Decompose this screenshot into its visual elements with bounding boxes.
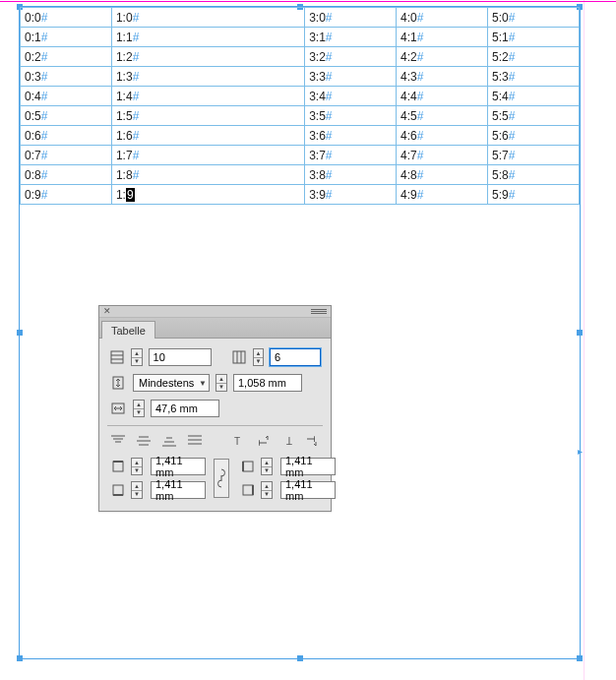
table-cell[interactable]: 4:0#	[397, 8, 488, 28]
align-top-icon[interactable]	[109, 434, 127, 448]
table-row[interactable]: 0:1#1:1#3:1#4:1#5:1#	[21, 28, 580, 47]
table-cell[interactable]: 5:4#	[488, 87, 580, 106]
table-cell[interactable]: 1:3#	[111, 67, 304, 87]
text-rotate-right-icon[interactable]: T	[304, 434, 321, 448]
table-cell[interactable]: 5:7#	[488, 146, 580, 165]
table-cell[interactable]: 0:4#	[21, 87, 112, 106]
table-cell[interactable]: 0:5#	[21, 106, 112, 126]
selection-handle[interactable]	[297, 655, 303, 661]
table-cell[interactable]: 5:0#	[488, 8, 580, 28]
table-cell[interactable]: 5:3#	[488, 67, 580, 87]
table-cell[interactable]: 0:1#	[21, 28, 112, 47]
row-height-stepper[interactable]: ▲▼	[216, 374, 227, 392]
selection-handle[interactable]	[17, 330, 23, 336]
table-cell[interactable]: 1:1#	[111, 28, 304, 47]
tab-tabelle[interactable]: Tabelle	[101, 321, 155, 339]
table-cell[interactable]: 4:6#	[397, 126, 488, 146]
table-cell[interactable]: 4:5#	[397, 106, 488, 126]
rows-input[interactable]: 10	[149, 348, 213, 366]
table-cell[interactable]: 3:2#	[305, 47, 397, 67]
table-cell[interactable]: 4:8#	[397, 165, 488, 185]
table-cell[interactable]: 1:9	[111, 185, 304, 205]
table-row[interactable]: 0:4#1:4#3:4#4:4#5:4#	[21, 87, 580, 106]
text-horizontal-icon[interactable]: T	[232, 434, 249, 448]
table-cell[interactable]: 1:4#	[111, 87, 304, 106]
table-cell[interactable]: 4:4#	[397, 87, 488, 106]
table-cell[interactable]: 1:8#	[111, 165, 304, 185]
row-height-input[interactable]: 1,058 mm	[233, 374, 302, 392]
cols-stepper[interactable]: ▲▼	[253, 348, 264, 366]
selection-handle[interactable]	[577, 330, 583, 336]
panel-titlebar[interactable]: ✕	[99, 306, 331, 318]
table-row[interactable]: 0:6#1:6#3:6#4:6#5:6#	[21, 126, 580, 146]
inset-right-input[interactable]: 1,411 mm	[280, 481, 336, 499]
inset-right-stepper[interactable]: ▲▼	[261, 481, 273, 499]
cols-input[interactable]: 6	[270, 348, 321, 366]
table-row[interactable]: 0:0#1:0#3:0#4:0#5:0#	[21, 8, 580, 28]
table-cell[interactable]: 4:2#	[397, 47, 488, 67]
svg-rect-24	[113, 462, 123, 471]
table-cell[interactable]: 3:4#	[305, 87, 397, 106]
panel-menu-icon[interactable]	[311, 308, 327, 315]
table-cell[interactable]: 3:5#	[305, 106, 397, 126]
table-cell[interactable]: 3:7#	[305, 146, 397, 165]
table-cell[interactable]: 3:1#	[305, 28, 397, 47]
table-cell[interactable]: 3:8#	[305, 165, 397, 185]
table-cell[interactable]: 0:8#	[21, 165, 112, 185]
svg-rect-28	[113, 485, 123, 495]
align-justify-icon[interactable]	[186, 434, 204, 448]
table-cell[interactable]: 3:3#	[305, 67, 397, 87]
table-row[interactable]: 0:2#1:2#3:2#4:2#5:2#	[21, 47, 580, 67]
table-cell[interactable]: 5:8#	[488, 165, 580, 185]
inset-top-input[interactable]: 1,411 mm	[151, 458, 206, 475]
table-cell[interactable]: 5:9#	[488, 185, 580, 205]
align-middle-icon[interactable]	[135, 434, 153, 448]
table-cell[interactable]: 4:7#	[397, 146, 488, 165]
content-table[interactable]: 0:0#1:0#3:0#4:0#5:0#0:1#1:1#3:1#4:1#5:1#…	[20, 7, 580, 205]
table-cell[interactable]: 1:5#	[111, 106, 304, 126]
table-panel[interactable]: ✕ Tabelle ▲▼ 10 ▲▼ 6 Mindestens ▼	[98, 305, 332, 512]
text-rotate-left-icon[interactable]: T	[256, 434, 273, 448]
table-cell[interactable]: 5:1#	[488, 28, 580, 47]
table-row[interactable]: 0:7#1:7#3:7#4:7#5:7#	[21, 146, 580, 165]
table-cell[interactable]: 4:9#	[397, 185, 488, 205]
selection-handle[interactable]	[17, 655, 23, 661]
table-cell[interactable]: 0:7#	[21, 146, 112, 165]
table-cell[interactable]: 0:0#	[21, 8, 112, 28]
row-height-mode-dropdown[interactable]: Mindestens ▼	[133, 374, 210, 392]
table-cell[interactable]: 0:2#	[21, 47, 112, 67]
table-cell[interactable]: 4:3#	[397, 67, 488, 87]
table-cell[interactable]: 3:6#	[305, 126, 397, 146]
table-row[interactable]: 0:5#1:5#3:5#4:5#5:5#	[21, 106, 580, 126]
table-cell[interactable]: 3:9#	[305, 185, 397, 205]
overflow-out-port[interactable]: ▸	[578, 446, 583, 457]
table-cell[interactable]: 5:5#	[488, 106, 580, 126]
col-width-stepper[interactable]: ▲▼	[133, 400, 145, 417]
inset-left-input[interactable]: 1,411 mm	[280, 458, 336, 475]
table-cell[interactable]: 4:1#	[397, 28, 488, 47]
rows-stepper[interactable]: ▲▼	[131, 348, 142, 366]
close-icon[interactable]: ✕	[102, 307, 111, 316]
text-vertical-icon[interactable]: T	[280, 434, 297, 448]
table-cell[interactable]: 0:9#	[21, 185, 112, 205]
table-cell[interactable]: 1:7#	[111, 146, 304, 165]
table-cell[interactable]: 1:0#	[111, 8, 304, 28]
table-cell[interactable]: 5:6#	[488, 126, 580, 146]
align-bottom-icon[interactable]	[160, 434, 178, 448]
table-cell[interactable]: 1:2#	[111, 47, 304, 67]
inset-left-stepper[interactable]: ▲▼	[261, 458, 273, 475]
table-row[interactable]: 0:9#1:93:9#4:9#5:9#	[21, 185, 580, 205]
col-width-input[interactable]: 47,6 mm	[151, 400, 219, 417]
inset-bottom-stepper[interactable]: ▲▼	[131, 481, 143, 499]
table-cell[interactable]: 3:0#	[305, 8, 397, 28]
table-row[interactable]: 0:8#1:8#3:8#4:8#5:8#	[21, 165, 580, 185]
table-cell[interactable]: 0:6#	[21, 126, 112, 146]
inset-bottom-input[interactable]: 1,411 mm	[151, 481, 206, 499]
table-cell[interactable]: 5:2#	[488, 47, 580, 67]
link-insets-icon[interactable]	[214, 459, 229, 498]
table-row[interactable]: 0:3#1:3#3:3#4:3#5:3#	[21, 67, 580, 87]
table-cell[interactable]: 0:3#	[21, 67, 112, 87]
inset-top-stepper[interactable]: ▲▼	[131, 458, 143, 475]
selection-handle[interactable]	[577, 655, 583, 661]
table-cell[interactable]: 1:6#	[111, 126, 304, 146]
